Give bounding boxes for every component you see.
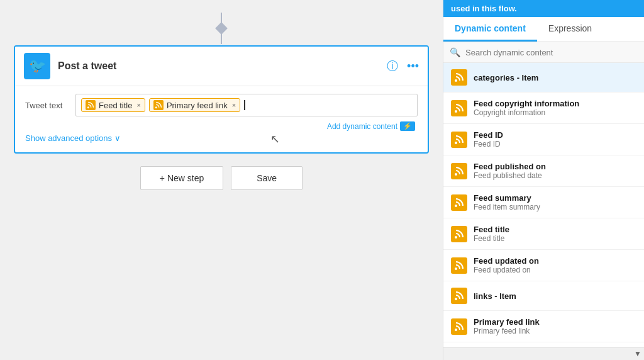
tweet-card-title: Post a tweet [58, 60, 116, 72]
tweet-card: 🐦 Post a tweet ⓘ ••• Tweet text [14, 45, 429, 154]
svg-point-0 [87, 106, 89, 108]
add-dynamic-badge: ⚡ [400, 121, 415, 131]
dynamic-item-subtitle: Feed updated on [474, 266, 539, 274]
info-icon[interactable]: ⓘ [387, 59, 398, 74]
scroll-down-icon[interactable]: ▼ [634, 349, 641, 358]
svg-point-5 [455, 173, 457, 176]
svg-point-6 [455, 205, 457, 207]
rss-icon-feed-title [86, 100, 96, 110]
rss-badge-icon [451, 288, 467, 304]
rss-badge-icon [451, 226, 467, 242]
dynamic-item-text: Primary feed linkPrimary feed link [474, 317, 540, 335]
twitter-bird-icon: 🐦 [29, 58, 46, 74]
rss-badge-icon [451, 318, 467, 335]
dynamic-list-item[interactable]: Feed updated onFeed updated on [443, 250, 644, 281]
svg-point-10 [455, 329, 457, 331]
twitter-logo: 🐦 [24, 53, 50, 79]
panel-header-banner: used in this flow. [443, 0, 644, 17]
feed-title-chip[interactable]: Feed title × [81, 98, 145, 112]
search-box: 🔍 [443, 42, 644, 63]
svg-point-2 [455, 79, 457, 82]
dynamic-item-title: links - Item [474, 291, 516, 301]
dynamic-list-item[interactable]: categories - Item [443, 63, 644, 93]
save-button[interactable]: Save [231, 166, 303, 190]
dynamic-item-subtitle: Feed ID [474, 140, 503, 149]
panel-tabs: Dynamic content Expression [443, 17, 644, 42]
dynamic-list-item[interactable]: Feed IDFeed ID [443, 124, 644, 155]
dynamic-item-title: Feed updated on [474, 256, 539, 266]
main-canvas: 🐦 Post a tweet ⓘ ••• Tweet text [0, 0, 443, 360]
show-advanced-options[interactable]: Show advanced options ∨ [25, 133, 121, 143]
rss-badge-icon [451, 194, 467, 211]
show-advanced-label: Show advanced options [25, 133, 112, 143]
dynamic-item-text: categories - Item [474, 73, 538, 82]
dynamic-list-item[interactable]: Feed summaryFeed item summary [443, 187, 644, 218]
rss-badge-icon [451, 69, 467, 86]
chevron-down-icon: ∨ [114, 133, 121, 143]
dynamic-list-item[interactable]: Feed titleFeed title [443, 218, 644, 250]
dynamic-list-item[interactable]: Feed copyright informationCopyright info… [443, 93, 644, 124]
dynamic-item-text: links - Item [474, 291, 516, 301]
tab-dynamic-content[interactable]: Dynamic content [443, 17, 537, 42]
connector-arrow [217, 13, 226, 44]
svg-point-1 [155, 106, 157, 108]
dynamic-item-title: Feed ID [474, 130, 503, 140]
more-options-icon[interactable]: ••• [407, 60, 419, 73]
tweet-text-row: Tweet text Feed title × [25, 94, 418, 116]
dynamic-item-subtitle: Copyright information [474, 108, 579, 117]
dynamic-content-list: categories - Item Feed copyright informa… [443, 63, 644, 347]
tweet-text-input[interactable]: Feed title × Primary feed link × [75, 94, 418, 116]
primary-feed-chip-close[interactable]: × [232, 101, 236, 109]
search-input[interactable] [465, 48, 638, 57]
svg-point-7 [455, 236, 457, 239]
svg-point-9 [455, 298, 457, 300]
dynamic-item-text: Feed titleFeed title [474, 225, 509, 243]
dynamic-list-item[interactable]: links - Item [443, 281, 644, 311]
rss-badge-icon [451, 132, 467, 148]
dynamic-item-text: Feed updated onFeed updated on [474, 256, 539, 274]
tweet-card-header-left: 🐦 Post a tweet [24, 53, 116, 79]
rss-badge-icon [451, 257, 467, 274]
dynamic-item-subtitle: Feed published date [474, 171, 546, 180]
primary-feed-link-chip[interactable]: Primary feed link × [149, 98, 240, 112]
tweet-card-header-right: ⓘ ••• [387, 59, 419, 74]
dynamic-item-text: Feed copyright informationCopyright info… [474, 99, 579, 117]
dynamic-item-subtitle: Primary feed link [474, 327, 540, 335]
feed-title-chip-label: Feed title [99, 101, 132, 110]
svg-point-4 [455, 142, 457, 144]
dynamic-item-title: Primary feed link [474, 317, 540, 327]
tweet-text-label: Tweet text [25, 101, 68, 110]
dynamic-item-subtitle: Feed item summary [474, 203, 540, 211]
svg-point-3 [455, 110, 457, 113]
rss-badge-icon [451, 100, 467, 116]
svg-point-8 [455, 267, 457, 270]
dynamic-item-title: Feed summary [474, 193, 540, 203]
rss-badge-icon [451, 163, 467, 179]
add-dynamic-content-link[interactable]: Add dynamic content ⚡ [25, 121, 418, 131]
search-icon: 🔍 [450, 47, 460, 57]
dynamic-list-item[interactable]: Feed published onFeed published date [443, 155, 644, 187]
dynamic-item-title: categories - Item [474, 73, 538, 82]
text-cursor [244, 100, 245, 110]
dynamic-item-text: Feed IDFeed ID [474, 130, 503, 149]
dynamic-item-text: Feed summaryFeed item summary [474, 193, 540, 211]
dynamic-item-title: Feed title [474, 225, 509, 234]
scrollbar-area: ▼ [443, 347, 644, 360]
new-step-button[interactable]: + New step [140, 166, 223, 190]
dynamic-item-subtitle: Feed title [474, 234, 509, 243]
dynamic-item-text: Feed published onFeed published date [474, 162, 546, 180]
tweet-card-body: Tweet text Feed title × [15, 86, 428, 152]
primary-feed-chip-label: Primary feed link [167, 101, 228, 110]
dynamic-list-item[interactable]: Primary feed linkPrimary feed link [443, 311, 644, 342]
action-buttons: + New step Save [140, 166, 303, 190]
dynamic-item-title: Feed copyright information [474, 99, 579, 108]
feed-title-chip-close[interactable]: × [136, 101, 140, 109]
rss-icon-primary-feed [153, 100, 164, 110]
add-dynamic-label: Add dynamic content [327, 122, 397, 131]
dynamic-content-panel: used in this flow. Dynamic content Expre… [443, 0, 644, 360]
dynamic-item-title: Feed published on [474, 162, 546, 171]
tab-expression[interactable]: Expression [537, 17, 603, 42]
tweet-card-header: 🐦 Post a tweet ⓘ ••• [15, 47, 428, 86]
